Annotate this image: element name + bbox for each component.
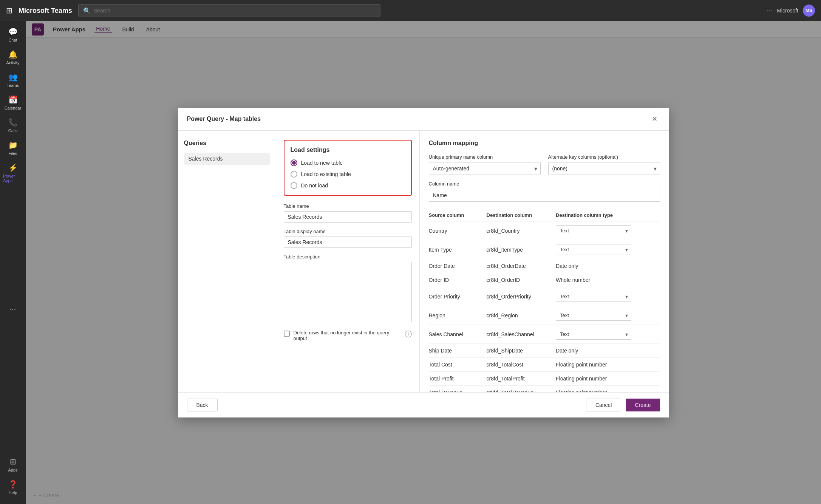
dest-col-4: cr8fd_OrderPriority — [487, 287, 556, 306]
table-description-input[interactable] — [284, 262, 412, 322]
dest-col-5: cr8fd_Region — [487, 306, 556, 325]
table-row: Item Typecr8fd_ItemTypeText▾ — [429, 240, 660, 259]
table-header-row: Source column Destination column Destina… — [429, 209, 660, 221]
more-options-icon[interactable]: ··· — [767, 7, 772, 15]
header-source: Source column — [429, 209, 487, 221]
radio-do-not-load-label: Do not load — [301, 182, 328, 189]
header-destination: Destination column — [487, 209, 556, 221]
source-col-5: Region — [429, 306, 487, 325]
grid-icon[interactable]: ⊞ — [6, 6, 12, 15]
activity-icon: 🔔 — [8, 50, 18, 59]
column-name-input[interactable] — [429, 189, 660, 202]
teams-title: Microsoft Teams — [19, 7, 72, 15]
username-label: Microsoft — [777, 8, 798, 14]
type-select-4[interactable]: Text — [556, 291, 631, 301]
table-row: Regioncr8fd_RegionText▾ — [429, 306, 660, 325]
load-settings-box: Load settings Load to new table Load to … — [284, 140, 412, 196]
teams-icon: 👥 — [8, 73, 18, 82]
type-col-0[interactable]: Text▾ — [556, 221, 660, 240]
type-select-1[interactable]: Text — [556, 244, 631, 255]
delete-rows-checkbox[interactable] — [284, 331, 290, 337]
type-col-5[interactable]: Text▾ — [556, 306, 660, 325]
dest-col-2: cr8fd_OrderDate — [487, 259, 556, 273]
sidebar-item-activity[interactable]: 🔔 Activity — [2, 47, 24, 68]
type-select-wrapper-6: Text▾ — [556, 329, 631, 340]
type-col-7: Date only — [556, 344, 660, 358]
avatar[interactable]: MS — [803, 5, 815, 17]
table-row: Sales Channelcr8fd_SalesChannelText▾ — [429, 325, 660, 344]
sidebar-item-label: Apps — [8, 468, 17, 472]
modal-overlay: Power Query - Map tables ✕ Queries Sales… — [26, 21, 821, 504]
back-button[interactable]: Back — [187, 399, 218, 411]
radio-option-do-not-load[interactable]: Do not load — [291, 182, 405, 189]
unique-primary-select[interactable]: Auto-generated — [429, 162, 540, 175]
sidebar-item-powerapps[interactable]: ⚡ Power Apps — [2, 160, 24, 186]
sidebar-item-label: Calls — [8, 128, 17, 133]
sidebar-bottom: ⊞ Apps ❓ Help — [2, 454, 24, 504]
type-select-5[interactable]: Text — [556, 310, 631, 320]
source-col-6: Sales Channel — [429, 325, 487, 344]
chat-icon: 💬 — [8, 27, 18, 36]
type-select-0[interactable]: Text — [556, 226, 631, 236]
table-name-label: Table name — [284, 203, 412, 209]
search-input[interactable] — [94, 8, 376, 14]
table-row: Total Profitcr8fd_TotalProfitFloating po… — [429, 372, 660, 386]
source-col-2: Order Date — [429, 259, 487, 273]
sidebar-item-apps[interactable]: ⊞ Apps — [2, 454, 24, 475]
type-col-9: Floating point number — [556, 372, 660, 386]
source-col-0: Country — [429, 221, 487, 240]
sidebar-item-help[interactable]: ❓ Help — [2, 477, 24, 498]
dest-col-10: cr8fd_TotalRevenue — [487, 386, 556, 393]
table-display-name-group: Table display name — [284, 229, 412, 248]
close-button[interactable]: ✕ — [649, 114, 660, 124]
sidebar-item-label: Power Apps — [3, 174, 23, 183]
topbar-right: ··· Microsoft MS — [767, 5, 815, 17]
sidebar-item-calls[interactable]: 📞 Calls — [2, 115, 24, 136]
query-item-sales-records[interactable]: Sales Records — [184, 153, 270, 165]
load-settings-title: Load settings — [291, 147, 405, 153]
info-icon[interactable]: i — [405, 331, 412, 337]
source-col-9: Total Profit — [429, 372, 487, 386]
teams-topbar: ⊞ Microsoft Teams 🔍 ··· Microsoft MS — [0, 0, 821, 21]
dest-col-8: cr8fd_TotalCost — [487, 358, 556, 372]
sidebar-item-more[interactable]: ··· — [2, 301, 24, 316]
radio-option-new-table[interactable]: Load to new table — [291, 159, 405, 166]
table-row: Order Datecr8fd_OrderDateDate only — [429, 259, 660, 273]
settings-panel: Load settings Load to new table Load to … — [276, 131, 420, 392]
dialog-title: Power Query - Map tables — [187, 116, 261, 122]
type-select-wrapper-4: Text▾ — [556, 291, 631, 302]
type-col-1[interactable]: Text▾ — [556, 240, 660, 259]
dest-col-0: cr8fd_Country — [487, 221, 556, 240]
create-button[interactable]: Create — [626, 399, 660, 411]
sidebar-item-teams[interactable]: 👥 Teams — [2, 70, 24, 91]
dialog: Power Query - Map tables ✕ Queries Sales… — [178, 108, 669, 417]
mapping-title: Column mapping — [429, 140, 660, 147]
unique-primary-select-wrapper: Auto-generated ▾ — [429, 162, 541, 175]
alternate-key-select[interactable]: (none) — [549, 162, 660, 175]
cancel-button[interactable]: Cancel — [586, 399, 622, 411]
sidebar-item-files[interactable]: 📁 Files — [2, 138, 24, 159]
type-select-6[interactable]: Text — [556, 329, 631, 339]
sidebar-item-label: Chat — [8, 38, 17, 42]
radio-new-table-circle — [291, 159, 297, 166]
type-col-6[interactable]: Text▾ — [556, 325, 660, 344]
sidebar-item-chat[interactable]: 💬 Chat — [2, 24, 24, 45]
radio-option-existing-table[interactable]: Load to existing table — [291, 171, 405, 178]
source-col-4: Order Priority — [429, 287, 487, 306]
table-name-input[interactable] — [284, 211, 412, 223]
source-col-7: Ship Date — [429, 344, 487, 358]
table-display-name-input[interactable] — [284, 237, 412, 248]
mapping-top-row: Unique primary name column Auto-generate… — [429, 154, 660, 175]
radio-do-not-load-circle — [291, 182, 297, 189]
radio-existing-table-label: Load to existing table — [301, 171, 351, 177]
type-col-3: Whole number — [556, 273, 660, 287]
calendar-icon: 📅 — [8, 95, 18, 104]
table-row: Total Revenuecr8fd_TotalRevenueFloating … — [429, 386, 660, 393]
sidebar-item-calendar[interactable]: 📅 Calendar — [2, 92, 24, 113]
type-col-4[interactable]: Text▾ — [556, 287, 660, 306]
calls-icon: 📞 — [8, 118, 18, 127]
apps-icon: ⊞ — [10, 457, 16, 466]
dest-col-1: cr8fd_ItemType — [487, 240, 556, 259]
dialog-header: Power Query - Map tables ✕ — [178, 108, 669, 131]
source-col-10: Total Revenue — [429, 386, 487, 393]
